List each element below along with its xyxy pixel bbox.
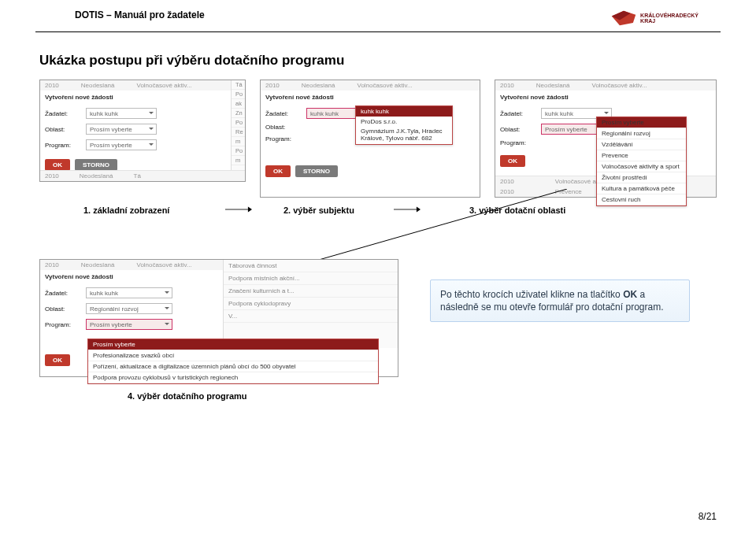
dropdown-option[interactable]: Volnočasové aktivity a sport [597,161,686,172]
page-number: 8/21 [699,511,717,522]
dropdown-option[interactable]: Kultura a památková péče [597,183,686,194]
ok-button[interactable]: OK [45,159,70,171]
program-select[interactable]: Prosím vyberte [86,319,172,330]
table-row: 2010 Neodeslaná Tá [40,170,245,181]
logo-shape-icon [610,9,637,27]
label-program: Program: [265,135,300,143]
region-logo: KRÁLOVÉHRADECKÝ KRAJ [610,9,699,27]
page-title: Ukázka postupu při výběru dotačního prog… [39,53,721,68]
table-header-row: 2010 Neodeslaná Volnočasové aktiv... [40,260,223,270]
panel-title: Vytvoření nové žádosti [495,91,716,105]
zadatel-select[interactable]: kuhk kuhk [86,108,157,119]
dropdown-option[interactable]: Vzdělávání [597,139,686,150]
logo-text: KRÁLOVÉHRADECKÝ KRAJ [640,13,699,24]
label-oblast: Oblast: [45,305,80,313]
caption-1: 1. základní zobrazení [83,205,225,215]
label-oblast: Oblast: [265,124,300,131]
label-zadatel: Žadatel: [45,110,80,117]
ok-button[interactable]: OK [45,354,70,366]
dropdown-option[interactable]: kuhk kuhk [356,106,452,117]
panel-title: Vytvoření nové žádosti [261,91,480,105]
oblast-select[interactable]: Regionální rozvoj [86,303,172,314]
label-zadatel: Žadatel: [45,290,80,297]
label-zadatel: Žadatel: [265,110,300,117]
dropdown-option[interactable]: Prosím vyberte [597,117,686,128]
zadatel-select[interactable]: kuhk kuhk [86,287,172,298]
page-header: DOTIS – Manuál pro žadatele KRÁLOVÉHRADE… [35,0,721,32]
screenshot-1: 2010 Neodeslaná Volnočasové aktiv... Vyt… [39,80,246,182]
table-header-row: 2010 Neodeslaná Volnočasové aktiv... [261,80,480,91]
ok-button[interactable]: OK [265,165,291,177]
panel-title: Vytvoření nové žádosti [40,91,245,105]
note-bold: OK [623,289,637,300]
dropdown-option[interactable]: Regionální rozvoj [597,128,686,139]
label-oblast: Oblast: [500,126,535,133]
table-header-row: 2010 Neodeslaná Volnočasové aktiv... [40,80,245,91]
dim-cell: Neodeslaná [81,82,115,89]
dropdown-option[interactable]: Životní prostředí [597,172,686,183]
program-dropdown-list[interactable]: Prosím vyberte Profesionalizace svazků o… [87,339,379,384]
info-note: Po těchto krocích uživatel klikne na tla… [430,279,690,322]
list-item: Značení kulturních a t... [224,285,398,298]
label-oblast: Oblast: [45,126,80,133]
screenshots-row-1: 2010 Neodeslaná Volnočasové aktiv... Vyt… [39,80,721,198]
table-header-row: 2010 Neodeslaná Volnočasové aktiv... [495,80,716,91]
dropdown-option[interactable]: Cestovní ruch [597,194,686,205]
screenshot-4: 2010 Neodeslaná Volnočasové aktiv... Vyt… [39,259,398,377]
screenshot-2: 2010 Neodeslaná Volnočasové aktiv... Vyt… [260,80,480,198]
list-item: Podpora místních akční... [224,272,398,285]
oblast-dropdown-list[interactable]: Prosím vyberte Regionální rozvoj Vzděláv… [596,117,687,206]
list-item: V... [224,310,398,323]
oblast-select[interactable]: Prosím vyberte [86,124,157,135]
dropdown-option[interactable]: Profesionalizace svazků obcí [88,350,378,361]
dropdown-option[interactable]: Prevence [597,150,686,161]
list-item: Podpora cyklodopravy [224,298,398,310]
dim-cell: 2010 [45,82,59,89]
label-program: Program: [500,139,535,146]
panel-title: Vytvoření nové žádosti [40,270,223,285]
caption-4: 4. výběr dotačního programu [128,391,721,401]
dim-cell: Volnočasové aktiv... [137,82,192,89]
dropdown-option[interactable]: Pořízení, aktualizace a digitalizace úze… [88,361,378,372]
ok-button[interactable]: OK [500,155,525,167]
program-select[interactable]: Prosím vyberte [86,139,157,150]
truncated-column: Tá Po ak Zn Po Re m Po m [231,80,245,181]
dropdown-option[interactable]: ProDos s.r.o. [356,117,452,127]
zadatel-dropdown-list[interactable]: kuhk kuhk ProDos s.r.o. Gymnázium J.K.Ty… [355,105,453,145]
storno-button[interactable]: STORNO [295,165,338,177]
header-title: DOTIS – Manuál pro žadatele [75,9,205,20]
dropdown-option[interactable]: Gymnázium J.K.Tyla, Hradec Králové, Tylo… [356,127,452,144]
list-item: Táborová činnost [224,260,398,272]
screenshot-3: 2010 Neodeslaná Volnočasové aktiv... Vyt… [495,80,717,198]
dropdown-option[interactable]: Prosím vyberte [88,339,378,350]
storno-button[interactable]: STORNO [75,159,117,171]
dropdown-option[interactable]: Podpora provozu cyklobusů v turistických… [88,372,378,383]
label-program: Program: [45,321,80,328]
side-list: Táborová činnost Podpora místních akční.… [223,260,398,348]
label-zadatel: Žadatel: [500,110,535,117]
note-text-pre: Po těchto krocích uživatel klikne na tla… [440,289,623,300]
label-program: Program: [45,142,80,149]
